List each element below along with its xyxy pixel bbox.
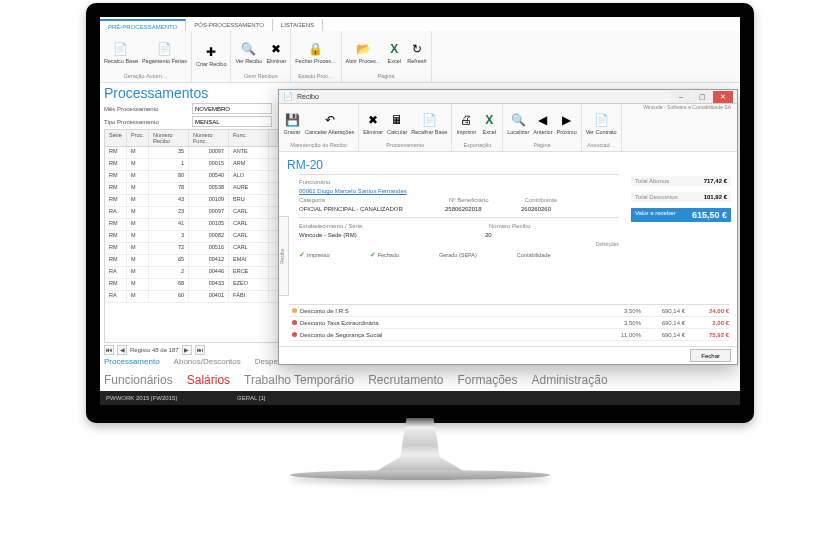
recalc-base-icon[interactable]: 📄Recalcu Base [104,40,138,65]
fechar-button[interactable]: Fechar [690,349,731,362]
deduction-row[interactable]: Desconto Taxa Extraordinária3,50%690,14 … [289,317,729,329]
status-app: PWWORK 2015 [FW2015] [106,395,177,401]
pager: ⏮ ◀ Registo 48 de 187 ▶ ⏭ [104,345,205,355]
modal-min-button[interactable]: – [671,91,691,103]
valor-receber-label: Valor a receber [635,210,676,220]
total-descontos-value: 101,92 € [704,194,727,200]
th-proc-[interactable]: Proc. [127,130,149,146]
status-geral: GERAL [1] [237,395,265,401]
anterior-icon[interactable]: ◀Anterior [533,111,552,136]
main-ribbon: 📄Recalcu Base📄Pagamento FériasGeração Au… [100,31,740,83]
receipt-form: Funcionário 00061 Diogo Marcelo Santos F… [299,174,619,247]
deductions-table: Desconto de I.R.S3,50%690,14 €24,00 €Des… [289,304,729,341]
beneficiario-value: 25806202018 [445,206,515,212]
modal-close-button[interactable]: ✕ [713,91,733,103]
receipt-id: RM-20 [287,158,729,172]
subtab-processamento[interactable]: Processamento [104,357,160,366]
module-tab-sal-rios[interactable]: Salários [187,373,230,387]
cancel-changes-icon[interactable]: ↶Cancelar Alterações [305,111,354,136]
numrecibo-value: 20 [485,232,492,238]
section-title: Processamentos [104,85,208,101]
total-abonos-label: Total Abonos [635,178,669,184]
vertical-tab-recibo[interactable]: Recibo [279,216,289,296]
subtab-abonos-descontos[interactable]: Abonos/Descontos [174,357,241,366]
th-n-mero-recibo[interactable]: Número Recibo [149,130,189,146]
proximo-icon[interactable]: ▶Próximo [557,111,577,136]
estab-value: Wincode - Sede (RM) [299,232,479,238]
pager-prev[interactable]: ◀ [117,345,127,355]
total-abonos-value: 717,42 € [704,178,727,184]
contribuinte-value: 260260260 [521,206,551,212]
th-n-mero-func-[interactable]: Número Func. [189,130,229,146]
status-icons: ImpressoFechadoGerado (SEPA)Contabilidad… [299,251,729,259]
app-screen: PRÉ-PROCESSAMENTOPÓS-PROCESSAMENTOLISTAG… [100,17,740,405]
estab-label: Estabelecimento / Série [299,223,383,229]
deduction-row[interactable]: Desconto de Segurança Social11,00%690,14… [289,329,729,341]
ribbon-tab-p-s-processamento[interactable]: PÓS-PROCESSAMENTO [186,19,273,31]
localizar-icon[interactable]: 🔍Localizar [507,111,529,136]
excel-icon[interactable]: XExcel [385,40,403,65]
mes-proc-label: Mês Processamento [104,106,188,112]
total-descontos-label: Total Descontos [635,194,678,200]
categoria-label: Categoria [299,197,383,203]
module-tab-funcion-rios[interactable]: Funcionários [104,373,173,387]
eliminar-icon[interactable]: ✖Eliminar [266,40,286,65]
pager-last[interactable]: ⏭ [195,345,205,355]
fechar-proces-icon[interactable]: 🔒Fechar Proces… [295,40,336,65]
deduction-row[interactable]: Desconto de I.R.S3,50%690,14 €24,00 € [289,305,729,317]
definicoes-link[interactable]: Definições [299,241,619,247]
status-contabilidade: Contabilidade [517,252,551,258]
modal-vendor: Wincode - Software e Contabilidade SA [643,104,731,110]
contribuinte-label: Contribuinte [525,197,557,203]
tipo-proc-value[interactable]: MENSAL [192,116,272,127]
modal-title-text: Recibo [297,93,671,100]
recibo-modal: 📄 Recibo – ▢ ✕ 💾Gravar↶Cancelar Alteraçõ… [278,89,738,365]
valor-receber-value: 615,50 € [692,210,727,220]
ribbon-tab-listagens[interactable]: LISTAGENS [273,19,323,31]
totals-panel: Total Abonos 717,42 € Total Descontos 10… [631,176,731,222]
module-tab-forma-es[interactable]: Formações [458,373,518,387]
ver-contrato-icon[interactable]: 📄Ver Contrato [586,111,617,136]
beneficiario-label: Nº Beneficiário [449,197,489,203]
ribbon-tab-pr-processamento[interactable]: PRÉ-PROCESSAMENTO [100,19,186,31]
th-s-rie[interactable]: Série [105,130,127,146]
ver-recibo-icon[interactable]: 🔍Ver Recibo [235,40,262,65]
pager-next[interactable]: ▶ [182,345,192,355]
criar-recibo-icon[interactable]: ✚Criar Recibo [196,43,227,68]
status-gerado-sepa-: Gerado (SEPA) [439,252,477,258]
modal-ribbon: 💾Gravar↶Cancelar AlteraçõesManutenção do… [279,104,737,152]
refresh-icon[interactable]: ↻Refresh [407,40,426,65]
tipo-proc-label: Tipo Processamento [104,119,188,125]
mes-proc-value[interactable]: NOVEMBRO [192,103,272,114]
modal-app-icon: 📄 [283,92,293,102]
modal-titlebar: 📄 Recibo – ▢ ✕ [279,90,737,104]
pagamento-ferias-icon[interactable]: 📄Pagamento Férias [142,40,187,65]
categoria-value: OFICIAL PRINCIPAL - CANALIZADOR [299,206,439,212]
th-func-[interactable]: Func. [229,130,269,146]
recalc-base2-icon[interactable]: 📄Recalhar Base [411,111,447,136]
delete-icon[interactable]: ✖Eliminar [363,111,383,136]
pager-first[interactable]: ⏮ [104,345,114,355]
status-impresso: Impresso [299,251,330,259]
modal-max-button[interactable]: ▢ [692,91,712,103]
filters: Mês Processamento NOVEMBRO Tipo Processa… [104,103,272,127]
abrir-proces-icon[interactable]: 📂Abrir Proces… [346,40,382,65]
ribbon-tabs: PRÉ-PROCESSAMENTOPÓS-PROCESSAMENTOLISTAG… [100,17,740,31]
module-tab-trabalho-tempor-rio[interactable]: Trabalho Temporário [244,373,354,387]
module-tabs: FuncionáriosSaláriosTrabalho TemporárioR… [104,373,608,387]
excel2-icon[interactable]: XExcel [480,111,498,136]
numrecibo-label: Número Recibo [489,223,531,229]
status-fechado: Fechado [370,251,399,259]
calc-icon[interactable]: 🖩Calcular [387,111,407,136]
print-icon[interactable]: 🖨Imprimir [456,111,476,136]
pager-text: Registo 48 de 187 [130,347,179,353]
module-tab-administra-o[interactable]: Administração [532,373,608,387]
funcionario-label: Funcionário [299,179,383,185]
module-tab-recrutamento[interactable]: Recrutamento [368,373,443,387]
save-icon[interactable]: 💾Gravar [283,111,301,136]
funcionario-link[interactable]: 00061 Diogo Marcelo Santos Fernandes [299,188,407,194]
status-bar: PWWORK 2015 [FW2015] GERAL [1] [100,391,740,405]
